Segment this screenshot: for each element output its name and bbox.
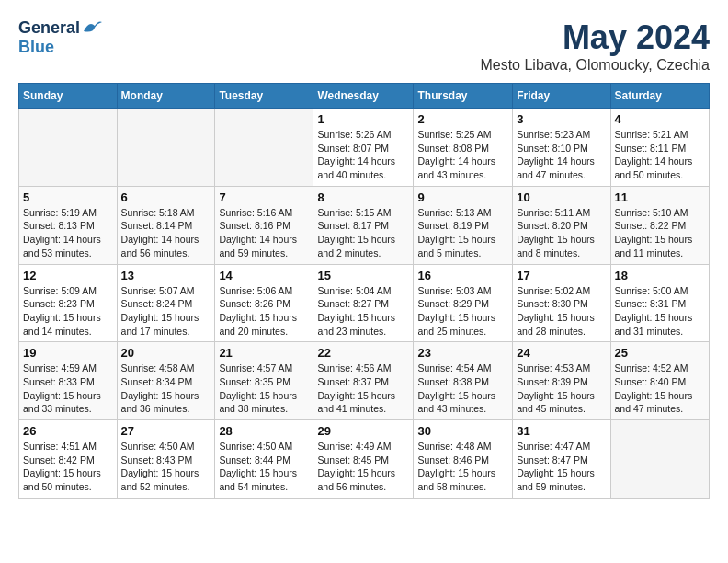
day-info: Sunrise: 5:19 AM Sunset: 8:13 PM Dayligh…: [23, 206, 113, 260]
calendar-cell: 28Sunrise: 4:50 AM Sunset: 8:44 PM Dayli…: [215, 420, 313, 499]
calendar-cell: 2Sunrise: 5:25 AM Sunset: 8:08 PM Daylig…: [414, 109, 513, 187]
calendar-cell: 14Sunrise: 5:06 AM Sunset: 8:26 PM Dayli…: [215, 264, 313, 342]
day-info: Sunrise: 5:15 AM Sunset: 8:17 PM Dayligh…: [317, 206, 409, 260]
calendar-cell: 27Sunrise: 4:50 AM Sunset: 8:43 PM Dayli…: [117, 420, 215, 499]
day-number: 21: [219, 346, 309, 360]
calendar-cell: 9Sunrise: 5:13 AM Sunset: 8:19 PM Daylig…: [414, 186, 513, 264]
calendar-cell: 5Sunrise: 5:19 AM Sunset: 8:13 PM Daylig…: [19, 186, 118, 264]
calendar-cell: [215, 109, 313, 187]
day-number: 18: [615, 269, 705, 282]
calendar-cell: 1Sunrise: 5:26 AM Sunset: 8:07 PM Daylig…: [313, 109, 414, 187]
day-info: Sunrise: 5:16 AM Sunset: 8:16 PM Dayligh…: [219, 206, 309, 260]
calendar-cell: 21Sunrise: 4:57 AM Sunset: 8:35 PM Dayli…: [215, 342, 313, 420]
calendar-week-row: 26Sunrise: 4:51 AM Sunset: 8:42 PM Dayli…: [19, 420, 710, 499]
day-number: 5: [23, 190, 113, 204]
calendar-cell: 4Sunrise: 5:21 AM Sunset: 8:11 PM Daylig…: [610, 109, 709, 187]
logo-blue-text: Blue: [18, 38, 54, 57]
calendar-cell: 29Sunrise: 4:49 AM Sunset: 8:45 PM Dayli…: [313, 420, 414, 499]
day-info: Sunrise: 4:50 AM Sunset: 8:43 PM Dayligh…: [121, 440, 211, 494]
day-info: Sunrise: 5:23 AM Sunset: 8:10 PM Dayligh…: [517, 128, 606, 182]
day-of-week-sunday: Sunday: [19, 84, 118, 109]
month-year-title: May 2024: [480, 18, 710, 57]
calendar-cell: 16Sunrise: 5:03 AM Sunset: 8:29 PM Dayli…: [414, 264, 513, 342]
calendar-cell: 22Sunrise: 4:56 AM Sunset: 8:37 PM Dayli…: [313, 342, 414, 420]
day-info: Sunrise: 5:06 AM Sunset: 8:26 PM Dayligh…: [219, 284, 309, 339]
day-info: Sunrise: 5:18 AM Sunset: 8:14 PM Dayligh…: [121, 206, 211, 260]
day-of-week-friday: Friday: [513, 84, 610, 109]
calendar-cell: 8Sunrise: 5:15 AM Sunset: 8:17 PM Daylig…: [313, 186, 414, 264]
day-number: 28: [219, 424, 309, 438]
day-info: Sunrise: 4:51 AM Sunset: 8:42 PM Dayligh…: [23, 440, 113, 494]
day-info: Sunrise: 5:03 AM Sunset: 8:29 PM Dayligh…: [417, 284, 508, 339]
calendar-cell: 18Sunrise: 5:00 AM Sunset: 8:31 PM Dayli…: [610, 264, 709, 342]
day-number: 17: [517, 269, 606, 282]
day-number: 30: [417, 424, 508, 438]
calendar-cell: 12Sunrise: 5:09 AM Sunset: 8:23 PM Dayli…: [19, 264, 118, 342]
day-info: Sunrise: 4:52 AM Sunset: 8:40 PM Dayligh…: [615, 362, 705, 416]
day-info: Sunrise: 4:47 AM Sunset: 8:47 PM Dayligh…: [517, 440, 606, 494]
day-number: 1: [317, 112, 409, 126]
calendar-cell: 25Sunrise: 4:52 AM Sunset: 8:40 PM Dayli…: [610, 342, 709, 420]
location-subtitle: Mesto Libava, Olomoucky, Czechia: [480, 57, 710, 74]
day-info: Sunrise: 4:48 AM Sunset: 8:46 PM Dayligh…: [417, 440, 508, 494]
calendar-cell: 3Sunrise: 5:23 AM Sunset: 8:10 PM Daylig…: [513, 109, 610, 187]
day-number: 27: [121, 424, 211, 438]
day-info: Sunrise: 5:21 AM Sunset: 8:11 PM Dayligh…: [615, 128, 705, 182]
calendar-week-row: 19Sunrise: 4:59 AM Sunset: 8:33 PM Dayli…: [19, 342, 710, 420]
calendar-week-row: 12Sunrise: 5:09 AM Sunset: 8:23 PM Dayli…: [19, 264, 710, 342]
page-header: General Blue May 2024 Mesto Libava, Olom…: [18, 18, 710, 74]
day-number: 25: [615, 346, 705, 360]
day-info: Sunrise: 4:56 AM Sunset: 8:37 PM Dayligh…: [317, 362, 409, 416]
calendar-cell: 10Sunrise: 5:11 AM Sunset: 8:20 PM Dayli…: [513, 186, 610, 264]
calendar-cell: 7Sunrise: 5:16 AM Sunset: 8:16 PM Daylig…: [215, 186, 313, 264]
calendar-week-row: 1Sunrise: 5:26 AM Sunset: 8:07 PM Daylig…: [19, 109, 710, 187]
day-number: 8: [317, 190, 409, 204]
calendar-cell: 20Sunrise: 4:58 AM Sunset: 8:34 PM Dayli…: [117, 342, 215, 420]
day-info: Sunrise: 5:26 AM Sunset: 8:07 PM Dayligh…: [317, 128, 409, 182]
day-info: Sunrise: 5:11 AM Sunset: 8:20 PM Dayligh…: [517, 206, 606, 260]
calendar-cell: 19Sunrise: 4:59 AM Sunset: 8:33 PM Dayli…: [19, 342, 118, 420]
day-info: Sunrise: 5:10 AM Sunset: 8:22 PM Dayligh…: [615, 206, 705, 260]
day-number: 10: [517, 190, 606, 204]
day-of-week-wednesday: Wednesday: [313, 84, 414, 109]
day-info: Sunrise: 5:07 AM Sunset: 8:24 PM Dayligh…: [121, 284, 211, 339]
day-number: 19: [23, 346, 113, 360]
day-number: 22: [317, 346, 409, 360]
calendar-cell: 11Sunrise: 5:10 AM Sunset: 8:22 PM Dayli…: [610, 186, 709, 264]
calendar-cell: [19, 109, 118, 187]
calendar-cell: 6Sunrise: 5:18 AM Sunset: 8:14 PM Daylig…: [117, 186, 215, 264]
day-number: 9: [417, 190, 508, 204]
logo-bird-icon: [82, 18, 102, 35]
logo: General Blue: [18, 18, 102, 57]
day-number: 31: [517, 424, 606, 438]
title-block: May 2024 Mesto Libava, Olomoucky, Czechi…: [480, 18, 710, 74]
day-number: 4: [615, 112, 705, 126]
day-number: 12: [23, 269, 113, 282]
day-info: Sunrise: 5:04 AM Sunset: 8:27 PM Dayligh…: [317, 284, 409, 339]
day-of-week-tuesday: Tuesday: [215, 84, 313, 109]
calendar-cell: 13Sunrise: 5:07 AM Sunset: 8:24 PM Dayli…: [117, 264, 215, 342]
day-number: 2: [417, 112, 508, 126]
calendar-cell: 23Sunrise: 4:54 AM Sunset: 8:38 PM Dayli…: [414, 342, 513, 420]
day-info: Sunrise: 4:58 AM Sunset: 8:34 PM Dayligh…: [121, 362, 211, 416]
calendar-cell: 31Sunrise: 4:47 AM Sunset: 8:47 PM Dayli…: [513, 420, 610, 499]
day-info: Sunrise: 4:59 AM Sunset: 8:33 PM Dayligh…: [23, 362, 113, 416]
day-of-week-monday: Monday: [117, 84, 215, 109]
calendar-table: SundayMondayTuesdayWednesdayThursdayFrid…: [18, 83, 710, 499]
calendar-cell: 24Sunrise: 4:53 AM Sunset: 8:39 PM Dayli…: [513, 342, 610, 420]
calendar-cell: [117, 109, 215, 187]
day-number: 3: [517, 112, 606, 126]
calendar-cell: 26Sunrise: 4:51 AM Sunset: 8:42 PM Dayli…: [19, 420, 118, 499]
day-of-week-saturday: Saturday: [610, 84, 709, 109]
calendar-cell: 17Sunrise: 5:02 AM Sunset: 8:30 PM Dayli…: [513, 264, 610, 342]
calendar-cell: 15Sunrise: 5:04 AM Sunset: 8:27 PM Dayli…: [313, 264, 414, 342]
day-number: 7: [219, 190, 309, 204]
day-info: Sunrise: 5:00 AM Sunset: 8:31 PM Dayligh…: [615, 284, 705, 339]
day-info: Sunrise: 5:09 AM Sunset: 8:23 PM Dayligh…: [23, 284, 113, 339]
day-info: Sunrise: 5:02 AM Sunset: 8:30 PM Dayligh…: [517, 284, 606, 339]
day-number: 20: [121, 346, 211, 360]
day-number: 11: [615, 190, 705, 204]
day-info: Sunrise: 4:50 AM Sunset: 8:44 PM Dayligh…: [219, 440, 309, 494]
day-number: 29: [317, 424, 409, 438]
calendar-cell: 30Sunrise: 4:48 AM Sunset: 8:46 PM Dayli…: [414, 420, 513, 499]
